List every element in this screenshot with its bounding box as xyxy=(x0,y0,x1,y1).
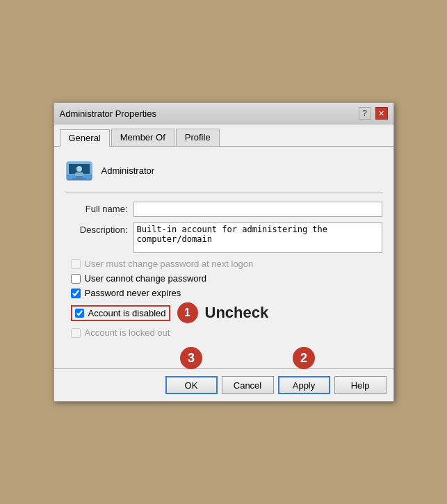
annotation-badge-2: 2 xyxy=(293,347,315,369)
annotation-badge-3: 3 xyxy=(180,347,202,369)
tab-profile[interactable]: Profile xyxy=(176,129,220,146)
svg-point-5 xyxy=(76,166,82,172)
user-display-name: Administrator xyxy=(101,165,155,176)
checkbox-must-change-label: User must change password at next logon xyxy=(85,259,254,269)
cancel-button[interactable]: Cancel xyxy=(222,376,274,394)
admin-properties-dialog: Administrator Properties ? ✕ General Mem… xyxy=(54,102,394,402)
user-header: Administrator xyxy=(65,156,382,184)
dialog-title: Administrator Properties xyxy=(60,108,156,119)
ok-button-wrapper: 3 OK xyxy=(165,376,218,394)
account-disabled-annotation: Account is disabled 1 Uncheck xyxy=(71,302,382,323)
help-button[interactable]: Help xyxy=(334,376,387,394)
user-icon xyxy=(65,156,93,184)
annotation-uncheck-label: Uncheck xyxy=(205,304,269,322)
section-divider xyxy=(65,193,382,193)
account-disabled-row: Account is disabled xyxy=(71,305,170,321)
description-input[interactable]: Built-in account for administering the c… xyxy=(133,222,382,253)
checkbox-row-never-expires: Password never expires xyxy=(71,288,382,298)
checkbox-account-locked-out[interactable] xyxy=(71,328,81,338)
checkbox-locked-out-label: Account is locked out xyxy=(85,327,170,338)
close-button[interactable]: ✕ xyxy=(375,107,388,120)
svg-rect-4 xyxy=(72,178,86,180)
checkbox-never-expires-label: Password never expires xyxy=(85,288,181,298)
title-bar-controls: ? ✕ xyxy=(359,107,388,120)
full-name-input[interactable] xyxy=(133,202,382,217)
help-icon-button[interactable]: ? xyxy=(359,107,371,120)
checkbox-row-locked-out: Account is locked out xyxy=(71,327,382,338)
full-name-row: Full name: xyxy=(65,202,382,217)
checkbox-row-cannot-change: User cannot change password xyxy=(71,273,382,284)
checkbox-account-disabled-label: Account is disabled xyxy=(88,308,166,318)
full-name-label: Full name: xyxy=(65,202,128,214)
ok-button[interactable]: OK xyxy=(165,376,218,394)
checkbox-must-change-password[interactable] xyxy=(71,259,81,269)
checkbox-row-must-change: User must change password at next logon xyxy=(71,259,382,269)
dialog-content: Administrator Full name: Description: Bu… xyxy=(54,147,393,368)
tab-bar: General Member Of Profile xyxy=(54,124,393,147)
checkbox-cannot-change-password[interactable] xyxy=(71,274,81,284)
checkbox-cannot-change-label: User cannot change password xyxy=(85,273,207,284)
apply-button-wrapper: 2 Apply xyxy=(278,376,330,394)
apply-button[interactable]: Apply xyxy=(278,376,330,394)
checkboxes-section: User must change password at next logon … xyxy=(71,259,382,338)
tab-general[interactable]: General xyxy=(60,129,110,147)
description-label: Description: xyxy=(65,222,128,235)
tab-member-of[interactable]: Member Of xyxy=(111,129,174,146)
annotation-badge-1: 1 xyxy=(177,302,198,323)
title-bar: Administrator Properties ? ✕ xyxy=(54,103,393,124)
description-row: Description: Built-in account for admini… xyxy=(65,222,382,253)
svg-rect-6 xyxy=(75,172,83,176)
button-bar: 3 OK Cancel 2 Apply Help xyxy=(54,368,393,401)
checkbox-password-never-expires[interactable] xyxy=(71,288,81,298)
checkbox-account-disabled[interactable] xyxy=(75,309,84,318)
